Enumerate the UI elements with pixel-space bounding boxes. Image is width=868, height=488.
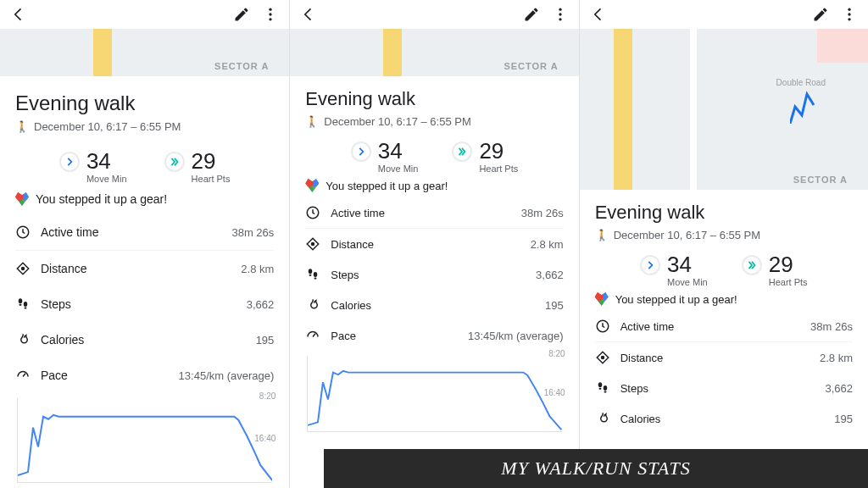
top-bar <box>580 0 868 29</box>
svg-point-10 <box>559 13 561 15</box>
pencil-icon[interactable] <box>233 6 250 23</box>
screen-2: SECTOR A Evening walk 🚶 December 10, 6:1… <box>289 0 578 488</box>
activity-datetime: December 10, 6:17 – 6:55 PM <box>34 120 181 133</box>
svg-point-0 <box>270 8 272 11</box>
chart-tick-mid: 16:40 <box>251 434 275 443</box>
map-preview-large[interactable]: Double Road SECTOR A <box>580 29 868 190</box>
double-chevron-icon <box>742 255 762 275</box>
svg-point-17 <box>314 277 317 279</box>
chevron-right-icon <box>640 255 660 275</box>
achievement-text: You stepped it up a gear! <box>615 293 737 306</box>
speedometer-icon <box>305 328 320 343</box>
map-preview[interactable]: SECTOR A <box>290 29 578 76</box>
stat-active-time: Active time 38m 26s <box>595 311 853 342</box>
move-min-metric: 34Move Min <box>351 140 419 174</box>
activity-title: Evening walk <box>15 92 274 115</box>
activity-datetime: December 10, 6:17 – 6:55 PM <box>614 229 760 241</box>
heart-pts-metric: 29Heart Pts <box>742 253 808 287</box>
top-bar <box>0 0 289 29</box>
speedometer-icon <box>15 368 31 383</box>
stat-active-time: Active time 38m 26s <box>15 214 274 251</box>
svg-point-2 <box>270 18 272 20</box>
achievement-row: You stepped it up a gear! <box>15 192 274 206</box>
heart-pts-metric: 29 Heart Pts <box>164 150 231 184</box>
clock-icon <box>305 205 320 220</box>
svg-point-26 <box>604 391 606 392</box>
svg-point-9 <box>559 8 561 11</box>
heart-points-icon <box>595 292 609 306</box>
summary-metrics: 34 Move Min 29 Heart Pts <box>15 150 274 184</box>
more-vert-icon[interactable] <box>262 6 279 23</box>
activity-title: Evening walk <box>305 88 563 110</box>
footprints-icon <box>595 380 610 396</box>
stat-pace: Pace 13:45/km (average) <box>15 358 274 393</box>
achievement-text: You stepped it up a gear! <box>36 192 167 206</box>
map-road-label: Double Road <box>776 78 826 87</box>
svg-point-16 <box>314 272 318 277</box>
stat-calories: Calories 195 <box>15 322 274 358</box>
svg-point-8 <box>25 307 27 308</box>
svg-point-18 <box>848 8 850 11</box>
distance-icon <box>595 350 610 365</box>
svg-point-22 <box>601 357 604 359</box>
chart-tick-top: 8:20 <box>545 349 565 358</box>
achievement-text: You stepped it up a gear! <box>326 180 448 192</box>
more-vert-icon[interactable] <box>841 6 858 23</box>
svg-point-11 <box>559 18 561 20</box>
stat-steps: Steps 3,662 <box>15 286 274 322</box>
clock-icon <box>15 225 31 240</box>
pencil-icon[interactable] <box>812 6 829 23</box>
svg-point-19 <box>848 13 850 15</box>
stat-steps: Steps 3,662 <box>305 259 563 290</box>
move-min-metric: 34 Move Min <box>59 150 127 184</box>
clock-icon <box>595 319 610 334</box>
svg-point-23 <box>598 382 602 387</box>
svg-point-5 <box>19 298 23 303</box>
distance-icon <box>305 236 320 252</box>
svg-point-15 <box>309 274 312 276</box>
heart-pts-metric: 29Heart Pts <box>452 140 518 174</box>
map-sector-label: SECTOR A <box>504 61 558 71</box>
screen-1: SECTOR A Evening walk 🚶 December 10, 6:1… <box>0 0 289 488</box>
chevron-right-icon <box>351 141 371 162</box>
back-arrow-icon[interactable] <box>300 6 317 23</box>
move-min-value: 34 <box>86 150 127 172</box>
heart-pts-value: 29 <box>192 150 231 172</box>
more-vert-icon[interactable] <box>552 6 569 23</box>
pace-chart: 8:20 16:40 <box>17 398 272 483</box>
stat-distance: Distance 2.8 km <box>305 229 563 259</box>
flame-icon <box>595 411 610 426</box>
move-min-label: Move Min <box>86 174 127 184</box>
footprints-icon <box>305 267 320 282</box>
activity-title: Evening walk <box>595 202 853 224</box>
map-preview[interactable]: SECTOR A <box>0 29 289 76</box>
walk-icon: 🚶 <box>305 115 319 128</box>
heart-pts-label: Heart Pts <box>192 174 231 184</box>
stat-steps: Steps 3,662 <box>595 373 853 403</box>
svg-point-20 <box>848 18 850 20</box>
chart-tick-mid: 16:40 <box>541 388 565 397</box>
double-chevron-icon <box>164 152 185 172</box>
activity-datetime: December 10, 6:17 – 6:55 PM <box>324 115 470 128</box>
back-arrow-icon[interactable] <box>590 6 607 23</box>
footprints-icon <box>15 297 31 312</box>
svg-point-14 <box>309 269 313 274</box>
svg-point-1 <box>270 13 272 15</box>
heart-points-icon <box>305 179 319 192</box>
pencil-icon[interactable] <box>523 6 540 23</box>
flame-icon <box>305 297 320 313</box>
pace-chart: 8:20 16:40 <box>307 356 561 432</box>
svg-point-6 <box>19 304 22 306</box>
back-arrow-icon[interactable] <box>10 6 27 23</box>
stat-calories: Calories 195 <box>305 290 563 320</box>
stat-active-time: Active time 38m 26s <box>305 197 563 229</box>
walk-icon: 🚶 <box>15 120 29 133</box>
svg-point-7 <box>24 302 28 307</box>
activity-subtitle: 🚶 December 10, 6:17 – 6:55 PM <box>15 120 274 133</box>
move-min-metric: 34Move Min <box>640 253 708 287</box>
heart-points-icon <box>15 192 29 206</box>
distance-icon <box>15 261 31 276</box>
chevron-right-icon <box>59 152 80 172</box>
svg-point-25 <box>603 385 607 391</box>
double-chevron-icon <box>452 141 472 162</box>
